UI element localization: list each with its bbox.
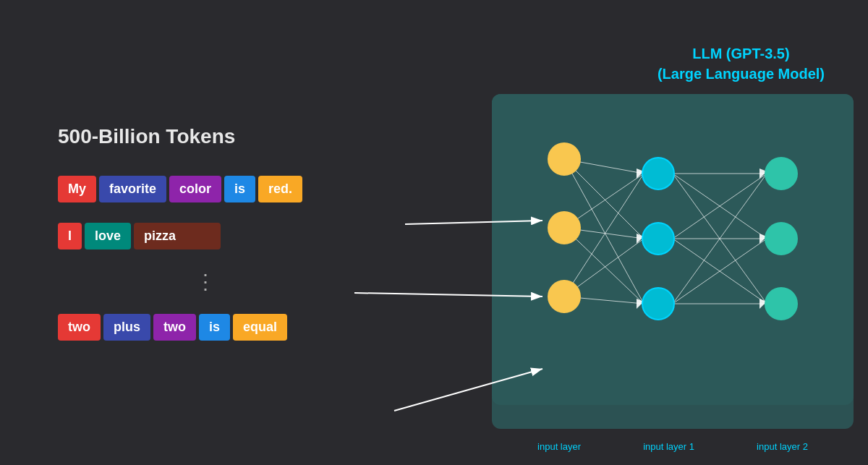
token-is-3: is [199,314,230,341]
token-pizza: pizza [134,223,221,249]
token-favorite: favorite [99,176,166,202]
left-panel: 500-Billion Tokens My favorite color is … [0,96,376,370]
token-equal: equal [233,314,287,341]
neural-network-svg [492,94,854,405]
token-i: I [58,223,82,249]
token-two-1: two [58,314,101,341]
node-hidden-2 [642,223,674,255]
llm-label-line1: LLM (GPT-3.5) [658,43,825,64]
sentence-row-2: I love pizza [58,223,354,249]
node-input-2 [548,212,580,244]
layer-label-1: input layer 1 [643,441,694,452]
layer-labels: input layer input layer 1 input layer 2 [492,441,854,452]
sentence-row-1: My favorite color is red. [58,176,354,202]
node-hidden-3 [642,288,674,320]
node-output-2 [765,223,797,255]
svg-rect-0 [492,94,854,405]
token-two-2: two [153,314,196,341]
sentence-row-3: two plus two is equal [58,314,354,341]
title: 500-Billion Tokens [58,125,354,148]
token-plus: plus [103,314,150,341]
layer-label-2: input layer 2 [757,441,808,452]
token-red: red. [258,176,302,202]
llm-label: LLM (GPT-3.5) (Large Language Model) [658,43,825,84]
token-my: My [58,176,96,202]
layer-label-0: input layer [537,441,581,452]
token-is-1: is [224,176,255,202]
main-container: 500-Billion Tokens My favorite color is … [0,0,868,465]
node-input-3 [548,281,580,312]
ellipsis: ⋮ [58,270,354,294]
llm-label-line2: (Large Language Model) [658,64,825,84]
node-output-1 [765,158,797,189]
node-hidden-1 [642,158,674,189]
node-input-1 [548,143,580,175]
right-panel: LLM (GPT-3.5) (Large Language Model) [376,0,868,465]
token-love: love [85,223,131,249]
token-color: color [169,176,221,202]
node-output-3 [765,288,797,320]
